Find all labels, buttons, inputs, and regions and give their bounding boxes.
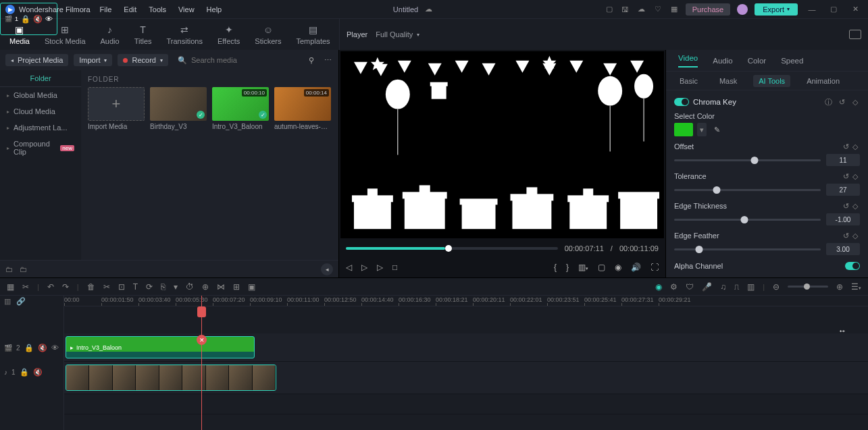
close-button[interactable]: ✕ [848, 5, 863, 14]
lock-icon[interactable]: 🔒 [24, 344, 34, 352]
prev-frame-icon[interactable]: ◁ [346, 263, 352, 272]
mark-out-icon[interactable]: } [566, 263, 569, 272]
tile-intro-baloon[interactable]: 00:00:10✓ Intro_V3_Baloon [212, 87, 269, 130]
keyframe-icon[interactable]: ◇ [850, 231, 860, 240]
notification-icon[interactable]: ♡ [653, 5, 663, 14]
tl-icon-4[interactable]: ▥ [747, 282, 755, 292]
menu-file[interactable]: File [100, 5, 112, 14]
group-icon[interactable]: ⊞ [233, 282, 240, 292]
stop-icon[interactable]: □ [392, 263, 397, 272]
tree-cloud-media[interactable]: ▸Cloud Media [0, 103, 81, 119]
rtab-color[interactable]: Color [748, 57, 766, 65]
reset-icon[interactable]: ↺ [837, 97, 846, 107]
mark-in-icon[interactable]: { [554, 263, 557, 272]
thumbnail-icon[interactable] [849, 30, 861, 39]
tolerance-value[interactable]: 27 [826, 184, 860, 196]
tab-effects[interactable]: ✦Effects [218, 24, 240, 45]
split-icon[interactable]: ✂ [103, 282, 110, 292]
edgethick-value[interactable]: -1.00 [826, 213, 860, 225]
offset-value[interactable]: 11 [826, 154, 860, 166]
reset-icon[interactable]: ↺ [841, 142, 850, 151]
tl-master-icon[interactable]: ▥ [4, 297, 11, 306]
tile-import[interactable]: + Import Media [88, 87, 145, 130]
delete-icon[interactable]: 🗑 [87, 282, 95, 292]
menu-help[interactable]: Help [207, 5, 222, 14]
rtab2-aitools[interactable]: AI Tools [753, 75, 790, 87]
tl-icon-3[interactable]: ♫ [720, 282, 726, 292]
cloud-icon[interactable]: ☁ [637, 5, 646, 14]
tree-adjustment-layer[interactable]: ▸Adjustment La... [0, 119, 81, 136]
menu-view[interactable]: View [178, 5, 195, 14]
record-button[interactable]: Record▾ [118, 54, 168, 66]
undo-icon[interactable]: ↶ [47, 282, 54, 292]
rtab-audio[interactable]: Audio [713, 57, 732, 65]
tl-mixer-icon[interactable]: ⎍ [734, 282, 739, 292]
tl-link-icon[interactable]: 🔗 [16, 297, 26, 306]
crop-icon[interactable]: ⊡ [118, 282, 125, 292]
user-avatar[interactable] [737, 4, 748, 15]
tab-stickers[interactable]: ☺Stickers [255, 24, 281, 45]
folder-head[interactable]: Folder [0, 70, 81, 87]
next-frame-icon[interactable]: ▷ [377, 263, 383, 272]
track-head-v1[interactable]: 🎬1🔒🔇👁 [0, 3, 57, 35]
chroma-toggle[interactable] [674, 98, 689, 106]
tab-audio[interactable]: ♪Audio [101, 24, 120, 45]
track-head-v2[interactable]: 🎬2🔒🔇👁 [0, 333, 63, 362]
filter-icon[interactable]: ⚲ [306, 56, 317, 65]
volume-icon[interactable]: 🔊 [631, 263, 641, 272]
lock-icon[interactable]: 🔒 [20, 368, 29, 377]
collapse-icon[interactable]: ◂ [321, 263, 333, 275]
zoom-slider[interactable] [788, 286, 828, 288]
preview-canvas[interactable] [340, 51, 664, 238]
eye-icon[interactable]: 👁 [45, 15, 53, 23]
keyframe-icon[interactable]: ◇ [850, 171, 860, 181]
zoom-in-icon[interactable]: ⊕ [836, 282, 843, 292]
zoom-out-icon[interactable]: ⊖ [773, 282, 780, 292]
reset-icon[interactable]: ↺ [841, 231, 850, 240]
maximize-button[interactable]: ▢ [826, 5, 841, 14]
track-head-a1[interactable]: ♪1🔒🔇 [0, 362, 63, 382]
clip-birthday[interactable] [66, 365, 276, 391]
edgefeather-value[interactable]: 3.00 [826, 243, 860, 255]
keyframe-icon[interactable]: ◇ [850, 201, 860, 211]
keyframe-icon[interactable]: ◇ [850, 97, 860, 107]
color-swatch[interactable] [674, 123, 693, 136]
tl-view-icon[interactable]: ☰▾ [851, 282, 861, 292]
keyframe-icon[interactable]: ◇ [850, 142, 860, 151]
tl-icon-2[interactable]: 🛡 [686, 282, 694, 292]
scrub-bar[interactable] [346, 247, 558, 250]
copy-icon[interactable]: ⎘ [161, 282, 165, 292]
tab-titles[interactable]: TTitles [134, 24, 152, 45]
timeline-ruler[interactable]: 00:0000:00:01:5000:00:03:4000:00:05:3000… [64, 296, 868, 306]
menu-edit[interactable]: Edit [124, 5, 136, 14]
display-icon[interactable]: ▢ [598, 263, 605, 272]
mute-icon[interactable]: 🔇 [33, 15, 43, 24]
eyedropper-icon[interactable]: ✎ [711, 124, 723, 136]
alpha-toggle[interactable] [845, 262, 860, 270]
eye-icon[interactable]: 👁 [51, 344, 59, 352]
ratio-icon[interactable]: ▥▾ [578, 263, 588, 272]
new-folder-icon[interactable]: 🗀 [5, 265, 13, 273]
tree-compound-clip[interactable]: ▸Compound Clipnew [0, 136, 81, 160]
import-button[interactable]: Import▾ [74, 54, 112, 66]
tile-autumn[interactable]: 00:00:14 autumn-leaves-92681 [274, 87, 331, 130]
project-media-dropdown[interactable]: ◂Project Media [5, 54, 68, 66]
search-input[interactable] [191, 56, 301, 64]
tile-birthday[interactable]: ✓ Birthday_V3 [150, 87, 207, 130]
marker-icon[interactable]: ▾ [174, 282, 178, 292]
redo-icon[interactable]: ↷ [62, 282, 69, 292]
rtab2-animation[interactable]: Animation [801, 75, 845, 87]
quality-dropdown[interactable]: Full Quality▾ [376, 30, 419, 38]
speed-icon[interactable]: ⏱ [186, 282, 194, 292]
tree-global-media[interactable]: ▸Global Media [0, 87, 81, 103]
edgethick-slider[interactable] [674, 219, 821, 221]
playhead[interactable] [201, 296, 202, 430]
info-icon[interactable]: ⓘ [823, 97, 833, 107]
mute-icon[interactable]: 🔇 [33, 368, 43, 377]
rtab2-basic[interactable]: Basic [674, 75, 703, 87]
track-a1[interactable] [64, 394, 868, 414]
offset-slider[interactable] [674, 159, 821, 161]
text-icon[interactable]: T [133, 282, 138, 292]
color-dropdown[interactable]: ▾ [697, 123, 707, 136]
tolerance-slider[interactable] [674, 189, 821, 191]
